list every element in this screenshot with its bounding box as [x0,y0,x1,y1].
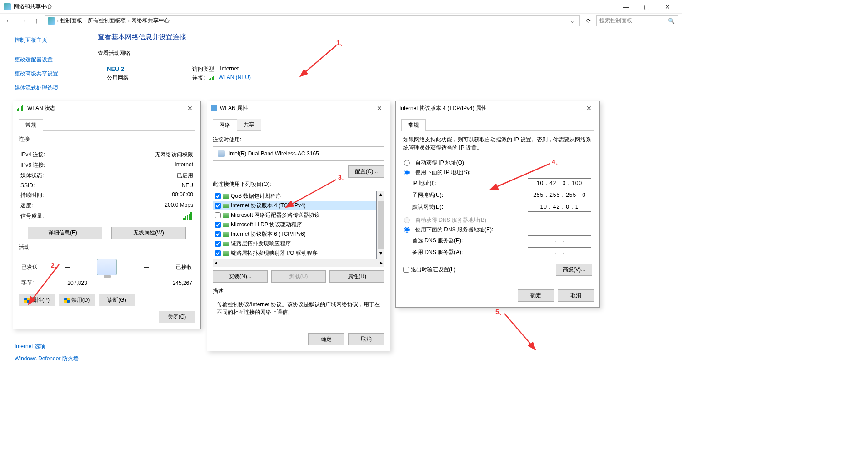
protocol-item[interactable]: Internet 协议版本 6 (TCP/IPv6) [213,230,376,239]
protocol-checkbox[interactable] [215,222,221,228]
protocol-item[interactable]: 链路层拓扑发现映射器 I/O 驱动程序 [213,249,376,258]
adapter-icon [211,105,217,111]
dlg2-ok-button[interactable]: 确定 [308,333,344,345]
dlg1-tab-general[interactable]: 常规 [19,119,43,131]
protocol-checkbox[interactable] [215,193,221,199]
minimize-button[interactable]: — [615,0,636,14]
advanced-button[interactable]: 高级(V)... [556,264,592,276]
close-button[interactable]: 关闭(C) [159,311,195,323]
ssid-value: NEU [182,182,193,189]
sent-label: 已发送 [21,264,38,271]
validate-checkbox-row[interactable]: 退出时验证设置(L) [403,266,456,274]
wlan-properties-dialog: WLAN 属性 ✕ 网络 共享 连接时使用: Intel(R) Dual Ban… [207,101,390,351]
dlg2-cancel-button[interactable]: 取消 [348,333,384,345]
protocol-checkbox[interactable] [215,250,221,256]
annotation-2: 2、 [51,262,61,270]
network-name: NEU 2 [107,65,129,72]
uninstall-button[interactable]: 卸载(U) [271,270,326,283]
ipv4-value: 无网络访问权限 [155,151,193,159]
install-button[interactable]: 安装(N)... [213,270,268,283]
dlg2-close-button[interactable]: ✕ [373,105,386,112]
dns1-input[interactable]: . . . [528,235,591,245]
ipv6-value: Internet [175,161,193,169]
access-type-value: Internet [220,65,239,73]
monitor-icon [97,259,117,275]
use-ip-radio[interactable] [404,170,410,175]
gateway-input[interactable]: 10 . 42 . 0 . 1 [528,202,591,212]
protocol-item[interactable]: Microsoft LLDP 协议驱动程序 [213,220,376,230]
properties-button[interactable]: 属性(P) [19,294,55,306]
validate-checkbox[interactable] [403,267,409,273]
dlg1-close-button[interactable]: ✕ [183,105,197,112]
listbox-scrollbar[interactable]: ▴▾ [377,191,384,259]
breadcrumb[interactable]: › 控制面板 › 所有控制面板项 › 网络和共享中心 ⌄ [45,15,580,26]
sidebar-sharing[interactable]: 更改高级共享设置 [15,70,89,78]
use-ip-label: 使用下面的 IP 地址(S): [415,169,470,176]
dlg2-tab-network[interactable]: 网络 [213,119,237,131]
dlg3-ok-button[interactable]: 确定 [518,289,554,302]
protocol-checkbox[interactable] [215,231,221,237]
protocol-icon [223,194,229,199]
search-input[interactable]: 搜索控制面板 🔍 [596,15,678,26]
titlebar: 网络和共享中心 — ▢ ✕ [0,0,682,14]
protocol-checkbox[interactable] [215,212,221,218]
dns2-input[interactable]: . . . [528,247,591,257]
up-button[interactable]: ↑ [31,15,42,26]
disable-button[interactable]: 禁用(D) [59,294,95,306]
dlg3-tab-general[interactable]: 常规 [401,119,426,131]
dlg3-cancel-button[interactable]: 取消 [558,289,594,302]
annotation-4: 4、 [552,158,562,166]
speed-label: 速度: [20,202,33,210]
wireless-props-button[interactable]: 无线属性(W) [111,227,186,239]
window-title: 网络和共享中心 [14,3,615,10]
protocol-item[interactable]: QoS 数据包计划程序 [213,191,376,201]
breadcrumb-root[interactable]: 控制面板 [60,17,82,25]
protocol-item[interactable]: Microsoft 网络适配器多路传送器协议 [213,210,376,220]
dlg1-title: WLAN 状态 [27,105,183,112]
close-button[interactable]: ✕ [657,0,678,14]
dlg1-activity-header: 活动 [19,244,195,251]
intro-text: 如果网络支持此功能，则可以获取自动指派的 IP 设置。否则，你需要从网络系统管理… [403,135,592,152]
use-dns-label: 使用下面的 DNS 服务器地址(E): [415,226,493,234]
ip-input[interactable]: 10 . 42 . 0 . 100 [528,178,591,188]
diagnose-button[interactable]: 诊断(G) [99,294,135,306]
sidebar-defender[interactable]: Windows Defender 防火墙 [15,355,79,363]
adapter-box: Intel(R) Dual Band Wireless-AC 3165 [213,146,384,161]
dlg2-title: WLAN 属性 [220,105,373,112]
protocol-label: 链路层拓扑发现响应程序 [231,240,291,248]
connection-link[interactable]: WLAN (NEU) [209,74,251,82]
use-dns-radio[interactable] [404,227,410,233]
auto-ip-radio[interactable] [404,160,410,166]
network-type: 公用网络 [107,74,129,82]
sidebar-media[interactable]: 媒体流式处理选项 [15,84,89,92]
dlg3-close-button[interactable]: ✕ [582,105,596,112]
listbox-hscrollbar[interactable]: ◂▸ [213,259,384,267]
protocol-label: QoS 数据包计划程序 [231,192,281,200]
breadcrumb-leaf[interactable]: 网络和共享中心 [131,17,170,25]
protocol-item[interactable]: Internet 协议版本 4 (TCP/IPv4) [213,201,376,210]
maximize-button[interactable]: ▢ [636,0,657,14]
protocol-icon [223,242,229,246]
dlg2-tab-sharing[interactable]: 共享 [237,119,261,131]
protocol-checkbox[interactable] [215,203,221,209]
protocol-checkbox[interactable] [215,241,221,247]
protocol-listbox[interactable]: QoS 数据包计划程序Internet 协议版本 4 (TCP/IPv4)Mic… [213,191,377,259]
sidebar-adapter[interactable]: 更改适配器设置 [15,56,89,64]
sidebar-home[interactable]: 控制面板主页 [15,36,89,44]
refresh-button[interactable]: ⟳ [583,15,594,26]
details-button[interactable]: 详细信息(E)... [28,227,102,239]
connection-label: 连接: [192,74,205,82]
dlg3-title: Internet 协议版本 4 (TCP/IPv4) 属性 [399,105,582,112]
signal-icon [209,75,215,80]
configure-button[interactable]: 配置(C)... [348,165,384,178]
connect-using-label: 连接时使用: [213,136,384,144]
item-properties-button[interactable]: 属性(R) [329,270,384,283]
mask-input[interactable]: 255 . 255 . 255 . 0 [528,190,591,200]
annotation-3: 3、 [338,174,348,182]
forward-button[interactable]: → [17,15,28,26]
breadcrumb-mid[interactable]: 所有控制面板项 [88,17,126,25]
back-button[interactable]: ← [4,15,15,26]
sidebar-internet-options[interactable]: Internet 选项 [15,343,79,350]
protocol-item[interactable]: 链路层拓扑发现响应程序 [213,239,376,249]
breadcrumb-dropdown[interactable]: ⌄ [568,18,577,24]
